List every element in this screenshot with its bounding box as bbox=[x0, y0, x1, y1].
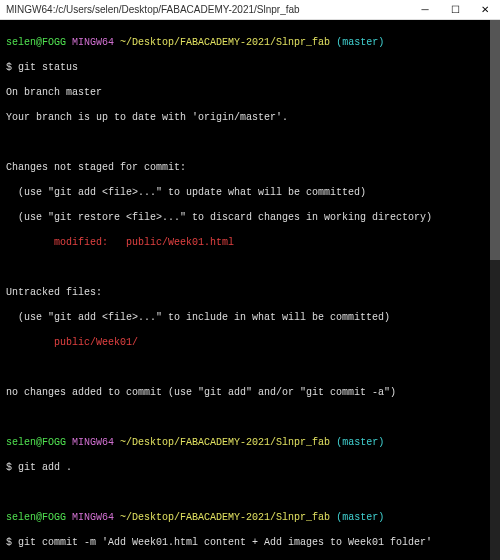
prompt-path: ~/Desktop/FABACADEMY-2021/Slnpr_fab bbox=[120, 37, 330, 48]
prompt-path: ~/Desktop/FABACADEMY-2021/Slnpr_fab bbox=[120, 437, 330, 448]
prompt-user: selen@FOGG bbox=[6, 512, 66, 523]
out-line: no changes added to commit (use "git add… bbox=[6, 387, 494, 400]
minimize-button[interactable]: ─ bbox=[410, 0, 440, 20]
cmd-commit: git commit -m 'Add Week01.html content +… bbox=[18, 537, 432, 548]
prompt-branch: (master) bbox=[336, 437, 384, 448]
out-line: (use "git add <file>..." to include in w… bbox=[6, 312, 494, 325]
cmd-status: git status bbox=[18, 62, 78, 73]
maximize-button[interactable]: ☐ bbox=[440, 0, 470, 20]
prompt-host: MINGW64 bbox=[72, 512, 114, 523]
out-line: (use "git add <file>..." to update what … bbox=[6, 187, 494, 200]
scrollbar-thumb[interactable] bbox=[490, 20, 500, 260]
out-line: Changes not staged for commit: bbox=[6, 162, 494, 175]
untracked-file: public/Week01/ bbox=[6, 337, 494, 350]
dollar: $ bbox=[6, 537, 18, 548]
out-line: Untracked files: bbox=[6, 287, 494, 300]
modified-label: modified: bbox=[6, 237, 126, 248]
prompt-path: ~/Desktop/FABACADEMY-2021/Slnpr_fab bbox=[120, 512, 330, 523]
titlebar: MINGW64:/c/Users/selen/Desktop/FABACADEM… bbox=[0, 0, 500, 20]
out-line: (use "git restore <file>..." to discard … bbox=[6, 212, 494, 225]
out-line: On branch master bbox=[6, 87, 494, 100]
modified-file: public/Week01.html bbox=[126, 237, 234, 248]
out-line: Your branch is up to date with 'origin/m… bbox=[6, 112, 494, 125]
window-title: MINGW64:/c/Users/selen/Desktop/FABACADEM… bbox=[6, 4, 300, 15]
dollar: $ bbox=[6, 462, 18, 473]
dollar: $ bbox=[6, 62, 18, 73]
prompt-host: MINGW64 bbox=[72, 437, 114, 448]
window-controls: ─ ☐ ✕ bbox=[410, 0, 500, 20]
prompt-host: MINGW64 bbox=[72, 37, 114, 48]
cmd-add: git add . bbox=[18, 462, 72, 473]
terminal[interactable]: selen@FOGG MINGW64 ~/Desktop/FABACADEMY-… bbox=[0, 20, 500, 560]
prompt-user: selen@FOGG bbox=[6, 37, 66, 48]
prompt-user: selen@FOGG bbox=[6, 437, 66, 448]
close-button[interactable]: ✕ bbox=[470, 0, 500, 20]
prompt-branch: (master) bbox=[336, 37, 384, 48]
prompt-branch: (master) bbox=[336, 512, 384, 523]
